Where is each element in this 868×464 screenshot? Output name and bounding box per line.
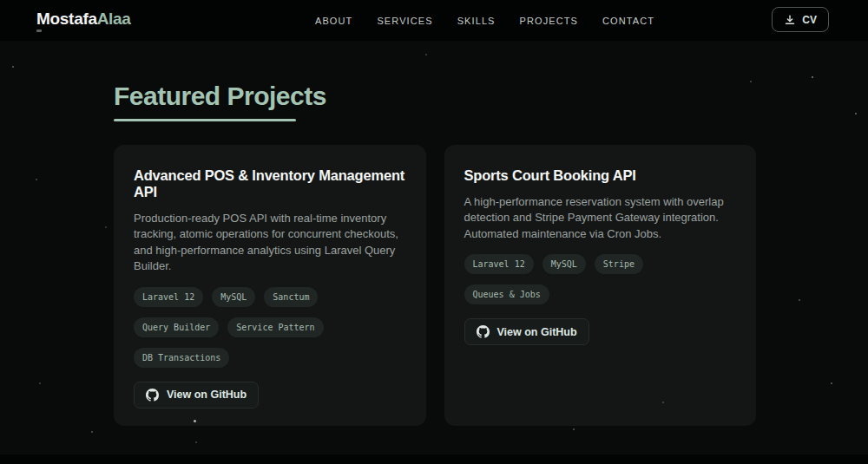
star-dot	[195, 441, 197, 443]
tag-pill: Service Pattern	[227, 317, 323, 337]
star-dot	[812, 76, 813, 78]
section-title: Featured Projects	[114, 82, 868, 112]
github-button-label: View on GitHub	[167, 389, 247, 401]
tag-pill: Laravel 12	[464, 254, 534, 274]
tag-pill: MySQL	[542, 254, 586, 274]
main-content: Featured Projects Advanced POS & Invento…	[0, 41, 868, 454]
star-dot	[91, 431, 93, 433]
site-header: MostafaAlaa ABOUT SERVICES SKILLS PROJEC…	[0, 0, 868, 41]
star-dot	[662, 402, 664, 403]
logo-first-name: Mostafa	[36, 10, 97, 28]
star-dot	[573, 428, 575, 430]
tag-pill: Query Builder	[134, 317, 219, 337]
project-title: Advanced POS & Inventory Management API	[134, 167, 406, 200]
featured-projects-section: Featured Projects Advanced POS & Invento…	[0, 41, 868, 426]
logo-last-name: Alaa	[97, 10, 131, 28]
star-dot	[831, 382, 832, 384]
view-on-github-button[interactable]: View on GitHub	[134, 382, 259, 408]
nav-item-about[interactable]: ABOUT	[315, 16, 352, 26]
github-icon	[146, 389, 159, 402]
next-section-edge	[0, 454, 868, 464]
tag-pill: Sanctum	[264, 287, 318, 307]
nav-item-contact[interactable]: CONTACT	[602, 16, 654, 26]
github-button-label: View on GitHub	[497, 326, 577, 338]
star-dot	[194, 420, 196, 422]
project-title: Sports Court Booking API	[464, 167, 737, 184]
star-dot	[855, 113, 857, 114]
project-cards-grid: Advanced POS & Inventory Management API …	[114, 145, 756, 426]
tag-pill: Stripe	[595, 254, 643, 274]
project-description: Production-ready POS API with real-time …	[134, 211, 406, 275]
project-tags: Laravel 12MySQLSanctumQuery BuilderServi…	[134, 287, 406, 368]
star-dot	[36, 179, 37, 180]
project-tags: Laravel 12MySQLStripeQueues & Jobs	[464, 254, 737, 304]
nav-item-skills[interactable]: SKILLS	[457, 16, 496, 26]
tag-pill: MySQL	[212, 287, 255, 307]
project-description: A high-performance reservation system wi…	[464, 194, 737, 243]
star-dot	[12, 66, 14, 68]
github-icon	[477, 325, 490, 338]
download-icon	[784, 14, 796, 26]
star-dot	[750, 81, 752, 82]
cv-download-button[interactable]: CV	[772, 7, 829, 32]
main-nav: ABOUT SERVICES SKILLS PROJECTS CONTACT	[315, 0, 654, 41]
cv-button-label: CV	[802, 14, 817, 26]
section-title-underline	[114, 119, 296, 121]
tag-pill: Laravel 12	[134, 287, 203, 307]
star-dot	[425, 54, 427, 56]
view-on-github-button[interactable]: View on GitHub	[464, 318, 589, 345]
star-dot	[799, 299, 800, 301]
project-card-sports-booking: Sports Court Booking API A high-performa…	[444, 145, 757, 426]
nav-item-services[interactable]: SERVICES	[377, 16, 432, 26]
logo[interactable]: MostafaAlaa	[36, 10, 131, 32]
project-card-pos-inventory: Advanced POS & Inventory Management API …	[114, 145, 426, 426]
star-dot	[105, 226, 107, 228]
nav-item-projects[interactable]: PROJECTS	[520, 16, 578, 26]
star-dot	[39, 382, 41, 384]
tag-pill: Queues & Jobs	[464, 284, 549, 304]
logo-cursor	[36, 29, 42, 32]
tag-pill: DB Transactions	[134, 348, 229, 368]
